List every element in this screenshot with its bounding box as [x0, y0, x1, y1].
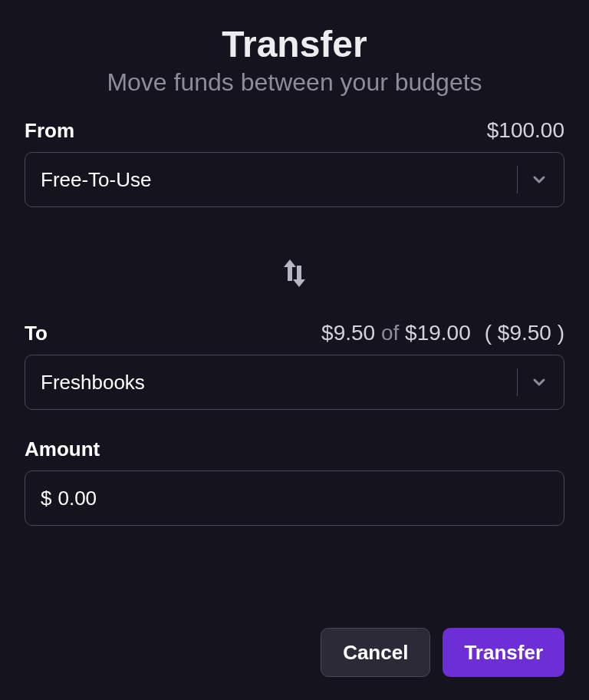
amount-label-row: Amount	[25, 438, 564, 461]
chevron-down-icon	[530, 170, 548, 189]
select-divider	[517, 166, 518, 193]
to-used: $9.50	[321, 321, 375, 345]
swap-vertical-icon[interactable]	[279, 253, 310, 293]
to-label-row: To $9.50 of $19.00 ( $9.50 )	[25, 321, 564, 345]
to-of-word: of	[381, 321, 399, 345]
from-label: From	[25, 119, 74, 143]
dialog-header: Transfer Move funds between your budgets	[25, 23, 564, 97]
swap-container	[25, 226, 564, 321]
to-usage: $9.50 of $19.00	[321, 321, 471, 345]
to-limit: $19.00	[405, 321, 471, 345]
chevron-down-icon	[530, 373, 548, 391]
from-label-row: From $100.00	[25, 118, 564, 143]
currency-prefix: $	[41, 487, 51, 510]
select-divider	[517, 368, 518, 396]
to-budget-select[interactable]: Freshbooks	[25, 355, 564, 410]
to-values: $9.50 of $19.00 ( $9.50 )	[321, 321, 564, 345]
dialog-title: Transfer	[25, 23, 564, 65]
to-field-group: To $9.50 of $19.00 ( $9.50 ) Freshbooks	[25, 321, 564, 410]
transfer-button[interactable]: Transfer	[443, 628, 564, 677]
to-selected-value: Freshbooks	[41, 371, 517, 395]
dialog-subtitle: Move funds between your budgets	[25, 68, 564, 97]
amount-label: Amount	[25, 438, 100, 461]
amount-input-wrapper[interactable]: $	[25, 471, 564, 526]
amount-input[interactable]	[58, 471, 548, 525]
cancel-button[interactable]: Cancel	[321, 628, 430, 677]
from-balance: $100.00	[487, 118, 564, 143]
dialog-actions: Cancel Transfer	[25, 609, 564, 677]
to-label: To	[25, 322, 48, 345]
amount-field-group: Amount $	[25, 438, 564, 526]
to-remaining: ( $9.50 )	[485, 321, 564, 345]
from-budget-select[interactable]: Free-To-Use	[25, 152, 564, 207]
from-selected-value: Free-To-Use	[41, 168, 517, 192]
from-field-group: From $100.00 Free-To-Use	[25, 118, 564, 207]
